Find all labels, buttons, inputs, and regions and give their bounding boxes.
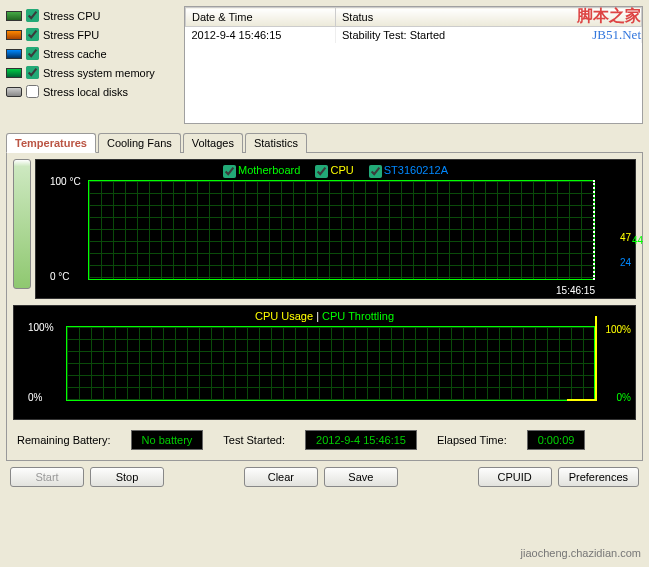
legend-disk-checkbox[interactable] — [369, 165, 382, 178]
temp-value-cpu: 47 — [620, 232, 631, 243]
temp-y-min: 0 °C — [50, 271, 70, 282]
battery-indicator — [13, 159, 31, 289]
stress-fpu-label: Stress FPU — [43, 29, 99, 41]
preferences-button[interactable]: Preferences — [558, 467, 639, 487]
temp-value-disk: 24 — [620, 257, 631, 268]
tab-bar: Temperatures Cooling Fans Voltages Stati… — [6, 132, 643, 153]
stress-disks-checkbox[interactable] — [26, 85, 39, 98]
temp-y-max: 100 °C — [50, 176, 81, 187]
stress-fpu-checkbox[interactable] — [26, 28, 39, 41]
battery-label: Remaining Battery: — [17, 434, 111, 446]
stress-disks-label: Stress local disks — [43, 86, 128, 98]
stress-fpu-row: Stress FPU — [6, 25, 176, 44]
cache-icon — [6, 49, 22, 59]
save-button[interactable]: Save — [324, 467, 398, 487]
stress-disks-row: Stress local disks — [6, 82, 176, 101]
started-label: Test Started: — [223, 434, 285, 446]
cpu-value-throttling: 0% — [617, 392, 631, 403]
temperature-chart: Motherboard CPU ST3160212A 100 °C 0 °C 4… — [35, 159, 636, 299]
tab-cooling-fans[interactable]: Cooling Fans — [98, 133, 181, 153]
cpu-grid — [66, 326, 595, 401]
stress-cpu-label: Stress CPU — [43, 10, 100, 22]
clear-button[interactable]: Clear — [244, 467, 318, 487]
disk-icon — [6, 87, 22, 97]
stress-cpu-checkbox[interactable] — [26, 9, 39, 22]
stop-button[interactable]: Stop — [90, 467, 164, 487]
tab-voltages[interactable]: Voltages — [183, 133, 243, 153]
table-row[interactable]: 2012-9-4 15:46:15 Stability Test: Starte… — [186, 27, 642, 44]
temp-x-time: 15:46:15 — [556, 285, 595, 296]
stress-memory-row: Stress system memory — [6, 63, 176, 82]
cpu-usage-line — [567, 316, 597, 401]
log-header-status[interactable]: Status — [336, 8, 642, 27]
start-button[interactable]: Start — [10, 467, 84, 487]
elapsed-value: 0:00:09 — [527, 430, 586, 450]
status-bar: Remaining Battery: No battery Test Start… — [13, 420, 636, 454]
stress-cache-row: Stress cache — [6, 44, 176, 63]
tab-statistics[interactable]: Statistics — [245, 133, 307, 153]
temp-cursor-line — [591, 180, 595, 280]
stress-cache-label: Stress cache — [43, 48, 107, 60]
stress-memory-label: Stress system memory — [43, 67, 155, 79]
stress-options-panel: Stress CPU Stress FPU Stress cache Stres… — [6, 6, 176, 124]
watermark-bottom: jiaocheng.chazidian.com — [521, 547, 641, 559]
cpu-legend: CPU Usage | CPU Throttling — [22, 310, 627, 324]
memory-icon — [6, 68, 22, 78]
log-header-datetime[interactable]: Date & Time — [186, 8, 336, 27]
battery-value: No battery — [131, 430, 204, 450]
legend-cpu-usage: CPU Usage — [255, 310, 313, 322]
cpu-value-usage: 100% — [605, 324, 631, 335]
started-value: 2012-9-4 15:46:15 — [305, 430, 417, 450]
elapsed-label: Elapsed Time: — [437, 434, 507, 446]
tab-content: Motherboard CPU ST3160212A 100 °C 0 °C 4… — [6, 153, 643, 461]
temp-grid — [88, 180, 595, 280]
legend-disk-label: ST3160212A — [384, 164, 448, 176]
stress-memory-checkbox[interactable] — [26, 66, 39, 79]
tab-temperatures[interactable]: Temperatures — [6, 133, 96, 153]
button-bar: Start Stop Clear Save CPUID Preferences — [6, 461, 643, 493]
legend-cpu-checkbox[interactable] — [315, 165, 328, 178]
fpu-icon — [6, 30, 22, 40]
temperature-legend: Motherboard CPU ST3160212A — [44, 164, 627, 180]
legend-cpu-throttling: CPU Throttling — [322, 310, 394, 322]
legend-cpu-label: CPU — [330, 164, 353, 176]
temp-value-motherboard: 44 — [632, 235, 643, 246]
legend-motherboard-checkbox[interactable] — [223, 165, 236, 178]
legend-motherboard-label: Motherboard — [238, 164, 300, 176]
cpu-y-max: 100% — [28, 322, 54, 333]
cpu-usage-chart: CPU Usage | CPU Throttling 100% 0% 100% … — [13, 305, 636, 420]
stress-cache-checkbox[interactable] — [26, 47, 39, 60]
event-log-panel: Date & Time Status 2012-9-4 15:46:15 Sta… — [184, 6, 643, 124]
stress-cpu-row: Stress CPU — [6, 6, 176, 25]
event-log-table: Date & Time Status 2012-9-4 15:46:15 Sta… — [185, 7, 642, 43]
cpuid-button[interactable]: CPUID — [478, 467, 552, 487]
log-cell-status: Stability Test: Started — [336, 27, 642, 44]
cpu-icon — [6, 11, 22, 21]
log-cell-datetime: 2012-9-4 15:46:15 — [186, 27, 336, 44]
cpu-y-min: 0% — [28, 392, 42, 403]
main-window: Stress CPU Stress FPU Stress cache Stres… — [0, 0, 649, 499]
